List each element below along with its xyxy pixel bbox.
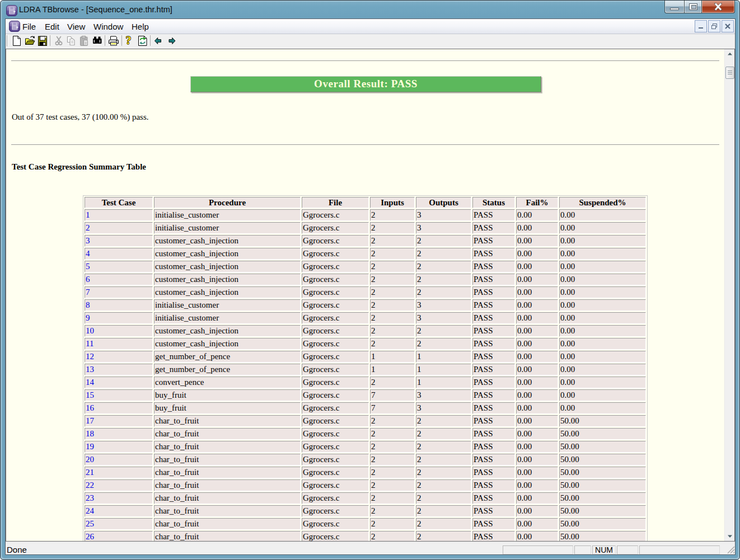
svg-text:?: ? bbox=[126, 35, 132, 46]
